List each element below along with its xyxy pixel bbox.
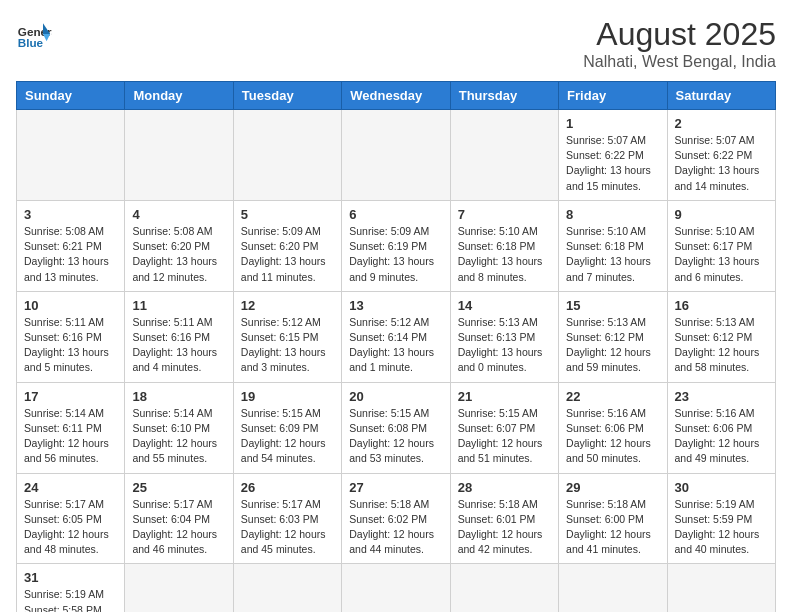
- day-number: 27: [349, 480, 442, 495]
- calendar-day-cell: 20Sunrise: 5:15 AMSunset: 6:08 PMDayligh…: [342, 382, 450, 473]
- page-header: General Blue August 2025 Nalhati, West B…: [16, 16, 776, 71]
- day-info: Sunrise: 5:14 AMSunset: 6:11 PMDaylight:…: [24, 406, 117, 467]
- calendar-day-cell: 30Sunrise: 5:19 AMSunset: 5:59 PMDayligh…: [667, 473, 775, 564]
- calendar-week-row: 1Sunrise: 5:07 AMSunset: 6:22 PMDaylight…: [17, 110, 776, 201]
- day-info: Sunrise: 5:17 AMSunset: 6:04 PMDaylight:…: [132, 497, 225, 558]
- day-info: Sunrise: 5:07 AMSunset: 6:22 PMDaylight:…: [675, 133, 768, 194]
- calendar-day-cell: 13Sunrise: 5:12 AMSunset: 6:14 PMDayligh…: [342, 291, 450, 382]
- calendar-day-cell: 22Sunrise: 5:16 AMSunset: 6:06 PMDayligh…: [559, 382, 667, 473]
- day-number: 23: [675, 389, 768, 404]
- calendar-week-row: 17Sunrise: 5:14 AMSunset: 6:11 PMDayligh…: [17, 382, 776, 473]
- day-info: Sunrise: 5:13 AMSunset: 6:12 PMDaylight:…: [566, 315, 659, 376]
- day-info: Sunrise: 5:13 AMSunset: 6:12 PMDaylight:…: [675, 315, 768, 376]
- calendar-day-cell: 2Sunrise: 5:07 AMSunset: 6:22 PMDaylight…: [667, 110, 775, 201]
- day-number: 12: [241, 298, 334, 313]
- weekday-header-row: SundayMondayTuesdayWednesdayThursdayFrid…: [17, 82, 776, 110]
- day-number: 16: [675, 298, 768, 313]
- calendar-day-cell: 29Sunrise: 5:18 AMSunset: 6:00 PMDayligh…: [559, 473, 667, 564]
- weekday-header-wednesday: Wednesday: [342, 82, 450, 110]
- day-info: Sunrise: 5:07 AMSunset: 6:22 PMDaylight:…: [566, 133, 659, 194]
- day-info: Sunrise: 5:08 AMSunset: 6:21 PMDaylight:…: [24, 224, 117, 285]
- day-number: 25: [132, 480, 225, 495]
- day-info: Sunrise: 5:17 AMSunset: 6:03 PMDaylight:…: [241, 497, 334, 558]
- day-number: 21: [458, 389, 551, 404]
- day-info: Sunrise: 5:15 AMSunset: 6:07 PMDaylight:…: [458, 406, 551, 467]
- day-number: 13: [349, 298, 442, 313]
- day-info: Sunrise: 5:09 AMSunset: 6:19 PMDaylight:…: [349, 224, 442, 285]
- day-number: 15: [566, 298, 659, 313]
- day-number: 10: [24, 298, 117, 313]
- calendar-day-cell: 8Sunrise: 5:10 AMSunset: 6:18 PMDaylight…: [559, 200, 667, 291]
- subtitle: Nalhati, West Bengal, India: [583, 53, 776, 71]
- calendar-day-cell: 25Sunrise: 5:17 AMSunset: 6:04 PMDayligh…: [125, 473, 233, 564]
- day-number: 18: [132, 389, 225, 404]
- day-info: Sunrise: 5:10 AMSunset: 6:17 PMDaylight:…: [675, 224, 768, 285]
- day-number: 29: [566, 480, 659, 495]
- calendar-day-cell: 17Sunrise: 5:14 AMSunset: 6:11 PMDayligh…: [17, 382, 125, 473]
- logo-icon: General Blue: [16, 16, 52, 52]
- calendar-day-cell: [450, 110, 558, 201]
- calendar-day-cell: [342, 110, 450, 201]
- calendar-day-cell: [342, 564, 450, 612]
- day-info: Sunrise: 5:15 AMSunset: 6:09 PMDaylight:…: [241, 406, 334, 467]
- day-number: 19: [241, 389, 334, 404]
- day-number: 14: [458, 298, 551, 313]
- calendar-day-cell: [125, 564, 233, 612]
- day-number: 4: [132, 207, 225, 222]
- calendar-day-cell: [667, 564, 775, 612]
- day-info: Sunrise: 5:15 AMSunset: 6:08 PMDaylight:…: [349, 406, 442, 467]
- day-number: 31: [24, 570, 117, 585]
- day-info: Sunrise: 5:19 AMSunset: 5:59 PMDaylight:…: [675, 497, 768, 558]
- day-info: Sunrise: 5:09 AMSunset: 6:20 PMDaylight:…: [241, 224, 334, 285]
- calendar-day-cell: 5Sunrise: 5:09 AMSunset: 6:20 PMDaylight…: [233, 200, 341, 291]
- day-number: 8: [566, 207, 659, 222]
- day-info: Sunrise: 5:12 AMSunset: 6:15 PMDaylight:…: [241, 315, 334, 376]
- day-info: Sunrise: 5:18 AMSunset: 6:01 PMDaylight:…: [458, 497, 551, 558]
- day-info: Sunrise: 5:16 AMSunset: 6:06 PMDaylight:…: [566, 406, 659, 467]
- day-number: 20: [349, 389, 442, 404]
- day-number: 22: [566, 389, 659, 404]
- calendar-week-row: 10Sunrise: 5:11 AMSunset: 6:16 PMDayligh…: [17, 291, 776, 382]
- day-number: 5: [241, 207, 334, 222]
- weekday-header-tuesday: Tuesday: [233, 82, 341, 110]
- calendar-table: SundayMondayTuesdayWednesdayThursdayFrid…: [16, 81, 776, 612]
- title-area: August 2025 Nalhati, West Bengal, India: [583, 16, 776, 71]
- calendar-day-cell: 24Sunrise: 5:17 AMSunset: 6:05 PMDayligh…: [17, 473, 125, 564]
- calendar-day-cell: [233, 110, 341, 201]
- calendar-day-cell: [233, 564, 341, 612]
- calendar-day-cell: 28Sunrise: 5:18 AMSunset: 6:01 PMDayligh…: [450, 473, 558, 564]
- day-number: 30: [675, 480, 768, 495]
- day-number: 1: [566, 116, 659, 131]
- day-number: 7: [458, 207, 551, 222]
- calendar-day-cell: 21Sunrise: 5:15 AMSunset: 6:07 PMDayligh…: [450, 382, 558, 473]
- calendar-day-cell: 31Sunrise: 5:19 AMSunset: 5:58 PMDayligh…: [17, 564, 125, 612]
- day-info: Sunrise: 5:13 AMSunset: 6:13 PMDaylight:…: [458, 315, 551, 376]
- calendar-day-cell: 3Sunrise: 5:08 AMSunset: 6:21 PMDaylight…: [17, 200, 125, 291]
- day-info: Sunrise: 5:17 AMSunset: 6:05 PMDaylight:…: [24, 497, 117, 558]
- day-info: Sunrise: 5:18 AMSunset: 6:00 PMDaylight:…: [566, 497, 659, 558]
- day-info: Sunrise: 5:18 AMSunset: 6:02 PMDaylight:…: [349, 497, 442, 558]
- main-title: August 2025: [583, 16, 776, 53]
- calendar-day-cell: 16Sunrise: 5:13 AMSunset: 6:12 PMDayligh…: [667, 291, 775, 382]
- weekday-header-saturday: Saturday: [667, 82, 775, 110]
- day-number: 17: [24, 389, 117, 404]
- calendar-day-cell: 4Sunrise: 5:08 AMSunset: 6:20 PMDaylight…: [125, 200, 233, 291]
- calendar-day-cell: 15Sunrise: 5:13 AMSunset: 6:12 PMDayligh…: [559, 291, 667, 382]
- day-info: Sunrise: 5:16 AMSunset: 6:06 PMDaylight:…: [675, 406, 768, 467]
- day-number: 6: [349, 207, 442, 222]
- day-info: Sunrise: 5:10 AMSunset: 6:18 PMDaylight:…: [566, 224, 659, 285]
- calendar-week-row: 24Sunrise: 5:17 AMSunset: 6:05 PMDayligh…: [17, 473, 776, 564]
- calendar-day-cell: 7Sunrise: 5:10 AMSunset: 6:18 PMDaylight…: [450, 200, 558, 291]
- day-info: Sunrise: 5:11 AMSunset: 6:16 PMDaylight:…: [132, 315, 225, 376]
- calendar-day-cell: 1Sunrise: 5:07 AMSunset: 6:22 PMDaylight…: [559, 110, 667, 201]
- day-info: Sunrise: 5:10 AMSunset: 6:18 PMDaylight:…: [458, 224, 551, 285]
- calendar-day-cell: 19Sunrise: 5:15 AMSunset: 6:09 PMDayligh…: [233, 382, 341, 473]
- calendar-week-row: 31Sunrise: 5:19 AMSunset: 5:58 PMDayligh…: [17, 564, 776, 612]
- calendar-day-cell: [125, 110, 233, 201]
- logo: General Blue: [16, 16, 52, 52]
- calendar-day-cell: 26Sunrise: 5:17 AMSunset: 6:03 PMDayligh…: [233, 473, 341, 564]
- weekday-header-thursday: Thursday: [450, 82, 558, 110]
- calendar-day-cell: 10Sunrise: 5:11 AMSunset: 6:16 PMDayligh…: [17, 291, 125, 382]
- calendar-day-cell: 23Sunrise: 5:16 AMSunset: 6:06 PMDayligh…: [667, 382, 775, 473]
- day-number: 26: [241, 480, 334, 495]
